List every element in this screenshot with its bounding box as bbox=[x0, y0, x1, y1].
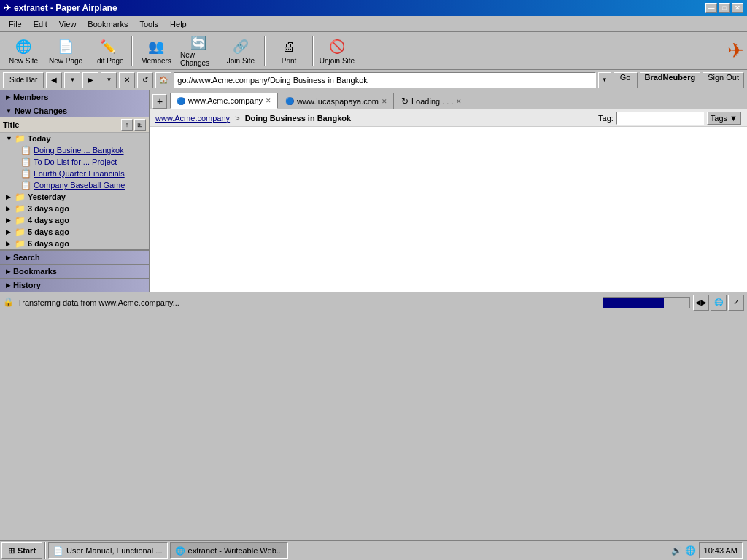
edit-page-button[interactable]: ✏️ Edit Page bbox=[88, 34, 128, 68]
start-button[interactable]: ⊞ Start bbox=[1, 542, 42, 559]
status-btn-2[interactable]: 🌐 bbox=[711, 295, 727, 311]
tree-item-baseball[interactable]: 📋 Company Baseball Game bbox=[0, 179, 149, 191]
sidebar-history-header[interactable]: ▶ History bbox=[0, 279, 149, 292]
back-button[interactable]: ◀ bbox=[46, 72, 62, 88]
today-folder-icon: 📁 bbox=[15, 133, 26, 144]
3days-label: 3 days ago bbox=[28, 204, 69, 213]
yesterday-expand-icon: ▶ bbox=[6, 193, 15, 201]
taskbar-app-2[interactable]: 🌐 extranet - Writeable Web... bbox=[170, 542, 288, 559]
menu-edit[interactable]: Edit bbox=[28, 18, 53, 30]
tree-item-bangkok[interactable]: 📋 Doing Busine ... Bangkok bbox=[0, 144, 149, 156]
new-page-label: New Page bbox=[49, 57, 82, 65]
toolbar-separator-1 bbox=[131, 36, 133, 66]
tree-group-3days[interactable]: ▶ 📁 3 days ago bbox=[0, 203, 149, 214]
toolbar: 🌐 New Site 📄 New Page ✏️ Edit Page 👥 Mem… bbox=[0, 32, 747, 70]
tab-loading[interactable]: ↻ Loading . . . ✕ bbox=[395, 93, 469, 109]
status-btn-1[interactable]: ◀▶ bbox=[693, 295, 709, 311]
tree-group-5days[interactable]: ▶ 📁 5 days ago bbox=[0, 226, 149, 238]
sidebar-toggle-button[interactable]: Side Bar bbox=[3, 72, 44, 88]
tree-group-yesterday[interactable]: ▶ 📁 Yesterday bbox=[0, 191, 149, 203]
taskbar-app-2-label: extranet - Writeable Web... bbox=[188, 546, 283, 555]
back-dropdown-button[interactable]: ▼ bbox=[64, 72, 80, 88]
tree-group-6days[interactable]: ▶ 📁 6 days ago bbox=[0, 238, 149, 249]
sidebar-search-header[interactable]: ▶ Search bbox=[0, 251, 149, 264]
3days-expand-icon: ▶ bbox=[6, 205, 15, 212]
system-clock: 10:43 AM bbox=[699, 542, 743, 559]
breadcrumb-separator: > bbox=[235, 114, 239, 122]
menu-help[interactable]: Help bbox=[164, 18, 193, 30]
tree-group-4days[interactable]: ▶ 📁 4 days ago bbox=[0, 214, 149, 226]
menu-view[interactable]: View bbox=[53, 18, 82, 30]
window-controls: — □ ✕ bbox=[705, 3, 743, 13]
tree-group-today[interactable]: ▼ 📁 Today bbox=[0, 133, 149, 144]
tree-controls: ↑ ⊞ bbox=[121, 119, 146, 131]
menu-tools[interactable]: Tools bbox=[133, 18, 164, 30]
start-label: Start bbox=[18, 546, 36, 555]
breadcrumb-parent-link[interactable]: www.Acme.company bbox=[155, 114, 230, 122]
content-area: + 🔵 www.Acme.company ✕ 🔵 www.lucaspapaya… bbox=[150, 90, 747, 292]
main-area: ▶ Members ▼ New Changes Title ↑ ⊞ ▼ bbox=[0, 90, 747, 292]
taskbar-right: 🔊 🌐 10:43 AM bbox=[671, 542, 746, 559]
3days-folder-icon: 📁 bbox=[15, 203, 26, 214]
tag-input[interactable] bbox=[616, 112, 704, 125]
refresh-button[interactable]: ↺ bbox=[137, 72, 153, 88]
breadcrumb-current-page: Doing Business in Bangkok bbox=[245, 114, 351, 122]
tab-lucaspapaya[interactable]: 🔵 www.lucaspapaya.com ✕ bbox=[279, 93, 394, 109]
tab-lucas-close-icon[interactable]: ✕ bbox=[382, 98, 387, 105]
app-logo-icon: ✈ bbox=[4, 3, 11, 13]
tray-icon-2: 🌐 bbox=[685, 545, 696, 556]
taskbar-app-1-label: User Manual, Functional ... bbox=[66, 546, 162, 555]
maximize-button[interactable]: □ bbox=[719, 3, 730, 13]
menu-bookmarks[interactable]: Bookmarks bbox=[82, 18, 133, 30]
tags-dropdown-button[interactable]: Tags ▼ bbox=[707, 112, 741, 125]
tree-title: Title bbox=[3, 120, 19, 129]
status-right-controls: ◀▶ 🌐 ✓ bbox=[693, 295, 744, 311]
unjoin-site-label: Unjoin Site bbox=[320, 57, 355, 65]
url-bar: go://www.Acme.company/Doing Business in … bbox=[174, 72, 595, 88]
page-icon-3: 📋 bbox=[20, 168, 32, 179]
new-tab-button[interactable]: + bbox=[152, 94, 167, 109]
new-site-button[interactable]: 🌐 New Site bbox=[3, 34, 44, 68]
join-site-button[interactable]: 🔗 Join Site bbox=[220, 34, 261, 68]
edit-page-icon: ✏️ bbox=[96, 36, 120, 57]
forward-dropdown-button[interactable]: ▼ bbox=[101, 72, 117, 88]
print-icon: 🖨 bbox=[277, 36, 301, 57]
tree-item-todo[interactable]: 📋 To Do List for ... Project bbox=[0, 156, 149, 168]
print-button[interactable]: 🖨 Print bbox=[268, 34, 309, 68]
signout-button[interactable]: Sign Out bbox=[703, 72, 744, 88]
status-btn-3[interactable]: ✓ bbox=[728, 295, 744, 311]
unjoin-site-button[interactable]: 🚫 Unjoin Site bbox=[317, 34, 357, 68]
home-button[interactable]: 🏠 bbox=[155, 72, 171, 88]
url-dropdown-button[interactable]: ▼ bbox=[598, 72, 611, 88]
tab-acme-close-icon[interactable]: ✕ bbox=[266, 97, 271, 104]
start-icon: ⊞ bbox=[8, 546, 15, 556]
page-icon-1: 📋 bbox=[20, 145, 32, 155]
tree-item-financials[interactable]: 📋 Fourth Quarter Financials bbox=[0, 168, 149, 179]
sidebar-members-header[interactable]: ▶ Members bbox=[0, 90, 149, 104]
status-progress-bar bbox=[603, 297, 690, 308]
tree-view-button[interactable]: ⊞ bbox=[134, 119, 146, 131]
sidebar-tree-scroll[interactable]: ▼ 📁 Today 📋 Doing Busine ... Bangkok 📋 T… bbox=[0, 133, 149, 249]
unjoin-site-icon: 🚫 bbox=[325, 36, 349, 57]
menu-file[interactable]: File bbox=[3, 18, 28, 30]
sidebar-bookmarks-header[interactable]: ▶ Bookmarks bbox=[0, 265, 149, 278]
members-button[interactable]: 👥 Members bbox=[136, 34, 177, 68]
sidebar-search-section: ▶ Search bbox=[0, 250, 149, 264]
forward-button[interactable]: ▶ bbox=[82, 72, 98, 88]
minimize-button[interactable]: — bbox=[705, 3, 717, 13]
tab-lucas-icon: 🔵 bbox=[285, 97, 294, 105]
today-label: Today bbox=[28, 134, 51, 143]
new-site-icon: 🌐 bbox=[12, 36, 35, 57]
tab-acme[interactable]: 🔵 www.Acme.company ✕ bbox=[170, 93, 278, 109]
user-name-button[interactable]: BradNeuberg bbox=[640, 72, 701, 88]
taskbar-app-1[interactable]: 📄 User Manual, Functional ... bbox=[48, 542, 167, 559]
new-page-button[interactable]: 📄 New Page bbox=[45, 34, 86, 68]
stop-button[interactable]: ✕ bbox=[119, 72, 135, 88]
tree-sort-button[interactable]: ↑ bbox=[121, 119, 133, 131]
sidebar-newchanges-header[interactable]: ▼ New Changes bbox=[0, 104, 149, 117]
new-changes-button[interactable]: 🔄 New Changes bbox=[178, 34, 219, 68]
new-page-icon: 📄 bbox=[54, 36, 77, 57]
tab-loading-close-icon[interactable]: ✕ bbox=[456, 98, 462, 105]
close-button[interactable]: ✕ bbox=[732, 3, 743, 13]
go-button[interactable]: Go bbox=[614, 72, 638, 88]
